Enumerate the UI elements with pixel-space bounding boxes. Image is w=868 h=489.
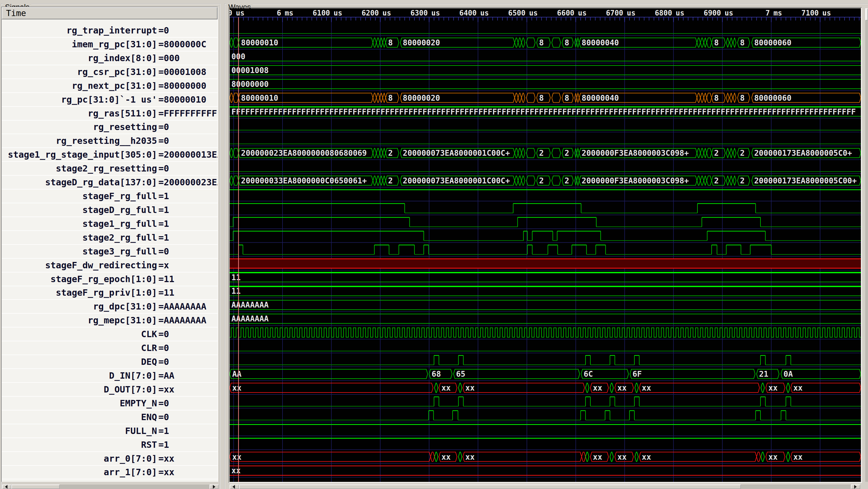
svg-text:200000073EA8000001C00C+: 200000073EA8000001C00C+ — [403, 148, 510, 157]
signal-name: rg_mepc[31:0] — [2, 314, 157, 327]
time-column-header[interactable]: Time — [2, 7, 218, 19]
wave-stageD_rg_full — [230, 204, 861, 215]
signal-row-rg_pc[31:0]`-1 us'[interactable]: rg_pc[31:0]`-1 us'=80000010 — [2, 93, 218, 107]
signal-row-rg_ras[511:0][interactable]: rg_ras[511:0]=FFFFFFFFFFF — [2, 107, 218, 121]
wave-stageD_rg_data[137:0]: 200000033EA8000000C0650061+2200000073EA8… — [230, 176, 861, 187]
scroll-left-button[interactable] — [2, 485, 11, 489]
signal-name: CLR — [2, 341, 157, 355]
wave-imem_rg_pc[31:0]: 8000001088000002088800000408880000060 — [230, 38, 861, 49]
svg-text:xx: xx — [232, 453, 242, 462]
signal-value: =0 — [158, 327, 169, 341]
signal-row-EMPTY_N[interactable]: EMPTY_N=0 — [2, 397, 218, 410]
signal-row-stage3_rg_full[interactable]: stage3_rg_full=0 — [2, 245, 218, 259]
wave-arr_0[7:0]: xxxxxxxxxxxxxxxx — [230, 452, 861, 464]
signal-row-imem_rg_pc[31:0][interactable]: imem_rg_pc[31:0]=8000000C — [2, 38, 218, 52]
signal-row-FULL_N[interactable]: FULL_N=1 — [2, 424, 218, 438]
signal-row-rg_resetting__h2035[interactable]: rg_resetting__h2035=0 — [2, 134, 218, 148]
wave-DEQ — [230, 355, 861, 367]
signal-row-stageD_rg_data[137:0][interactable]: stageD_rg_data[137:0]=200000023EA — [2, 176, 218, 190]
svg-text:11: 11 — [231, 273, 241, 282]
signal-name: RST — [2, 438, 157, 452]
signal-row-RST[interactable]: RST=1 — [2, 438, 218, 452]
timeline-ruler: 5900us6ms6100us6200us6300us6400us6500us6… — [230, 9, 861, 482]
wave-CLK — [230, 328, 861, 339]
signal-row-stage1_rg_full[interactable]: stage1_rg_full=1 — [2, 217, 218, 231]
signal-row-ENQ[interactable]: ENQ=0 — [2, 410, 218, 424]
signal-row-stageF_rg_full[interactable]: stageF_rg_full=1 — [2, 190, 218, 203]
svg-text:7: 7 — [766, 9, 770, 17]
signal-row-rg_csr_pc[31:0][interactable]: rg_csr_pc[31:0]=00001008 — [2, 65, 218, 79]
svg-text:xx: xx — [793, 453, 803, 462]
signal-name: rg_pc[31:0]`-1 us' — [2, 93, 157, 107]
signal-row-rg_trap_interrupt[interactable]: rg_trap_interrupt=0 — [2, 24, 218, 38]
signal-name: ENQ — [2, 410, 157, 424]
signal-row-stage1_rg_stage_input[305:0][interactable]: stage1_rg_stage_input[305:0]=200000013EA — [2, 148, 218, 162]
signal-value: =0 — [158, 24, 169, 37]
svg-text:00001008: 00001008 — [231, 66, 269, 75]
svg-text:8: 8 — [539, 93, 544, 103]
signal-name: stageF_dw_redirecting — [2, 259, 157, 272]
signal-row-stageF_dw_redirecting[interactable]: stageF_dw_redirecting=x — [2, 259, 218, 272]
signal-row-rg_dpc[31:0][interactable]: rg_dpc[31:0]=AAAAAAAA — [2, 300, 218, 314]
signal-value: =1 — [158, 438, 169, 452]
signal-value: =0 — [158, 410, 169, 424]
svg-text:us: us — [480, 9, 489, 17]
signal-value: =1 — [158, 424, 169, 438]
svg-text:80000020: 80000020 — [403, 93, 440, 103]
signal-row-rg_next_pc[31:0][interactable]: rg_next_pc[31:0]=80000000 — [2, 79, 218, 93]
svg-text:8: 8 — [388, 93, 393, 103]
wave-area[interactable]: 5900us6ms6100us6200us6300us6400us6500us6… — [230, 8, 861, 482]
wave-EMPTY_N — [230, 397, 861, 408]
signal-row-stage2_rg_resetting[interactable]: stage2_rg_resetting=0 — [2, 162, 218, 176]
waves-vscrollbar[interactable] — [865, 8, 868, 482]
wave-rg_next_pc[31:0]: 80000000 — [230, 79, 861, 91]
signal-row-stageF_rg_priv[1:0][interactable]: stageF_rg_priv[1:0]=11 — [2, 286, 218, 300]
signal-row-stage2_rg_full[interactable]: stage2_rg_full=1 — [2, 231, 218, 245]
scroll-right-button[interactable] — [210, 485, 219, 489]
wave-CLR — [230, 351, 861, 353]
signal-row-arr_0[7:0][interactable]: arr_0[7:0]=xx — [2, 452, 218, 466]
scroll-right-button[interactable] — [851, 485, 860, 489]
signal-row-rg_index[8:0][interactable]: rg_index[8:0]=000 — [2, 52, 218, 65]
scroll-left-button[interactable] — [230, 485, 239, 489]
signal-row-DEQ[interactable]: DEQ=0 — [2, 355, 218, 369]
signal-row-CLR[interactable]: CLR=0 — [2, 341, 218, 355]
pane-splitter[interactable] — [222, 236, 224, 283]
signal-row-rg_resetting[interactable]: rg_resetting=0 — [2, 120, 218, 134]
svg-text:8: 8 — [539, 38, 544, 47]
signal-row-stageF_rg_epoch[1:0][interactable]: stageF_rg_epoch[1:0]=11 — [2, 272, 218, 286]
scroll-thumb[interactable] — [11, 485, 60, 489]
waves-hscrollbar[interactable] — [230, 485, 860, 489]
scroll-up-button[interactable] — [865, 8, 868, 21]
svg-text:6800: 6800 — [655, 9, 672, 17]
svg-text:8: 8 — [388, 38, 393, 47]
signal-row-arr_1[7:0][interactable]: arr_1[7:0]=xx — [2, 465, 218, 479]
signal-name: rg_next_pc[31:0] — [2, 79, 157, 93]
signals-hscrollbar[interactable] — [2, 485, 219, 489]
svg-text:200000033EA8000000C0650061+: 200000033EA8000000C0650061+ — [241, 176, 367, 185]
svg-text:xx: xx — [768, 383, 778, 393]
wave-rg_index[8:0]: 000 — [230, 52, 861, 63]
svg-text:us: us — [334, 9, 342, 17]
signal-row-CLK[interactable]: CLK=0 — [2, 327, 218, 341]
svg-text:8: 8 — [714, 38, 719, 47]
svg-text:8: 8 — [564, 38, 569, 47]
wave-stageF_rg_epoch[1:0]: 11 — [230, 273, 861, 284]
signal-value: =1 — [158, 217, 169, 231]
svg-text:xx: xx — [593, 453, 602, 462]
signal-row-rg_mepc[31:0][interactable]: rg_mepc[31:0]=AAAAAAAA — [2, 314, 218, 327]
svg-text:us: us — [823, 9, 831, 17]
svg-text:6F: 6F — [632, 370, 642, 379]
signal-value: =0 — [158, 245, 169, 258]
signal-row-stageD_rg_full[interactable]: stageD_rg_full=1 — [2, 203, 218, 217]
svg-text:6500: 6500 — [508, 9, 526, 17]
svg-text:8: 8 — [564, 93, 569, 103]
svg-text:2: 2 — [564, 148, 569, 157]
signal-row-D_IN[7:0][interactable]: D_IN[7:0]=AA — [2, 369, 218, 383]
signal-value: =0 — [158, 162, 169, 175]
wave-FULL_N — [230, 425, 861, 436]
scroll-thumb[interactable] — [239, 485, 741, 489]
signal-row-D_OUT[7:0][interactable]: D_OUT[7:0]=xx — [2, 383, 218, 397]
svg-text:xx: xx — [465, 383, 475, 393]
svg-text:ms: ms — [773, 9, 782, 17]
